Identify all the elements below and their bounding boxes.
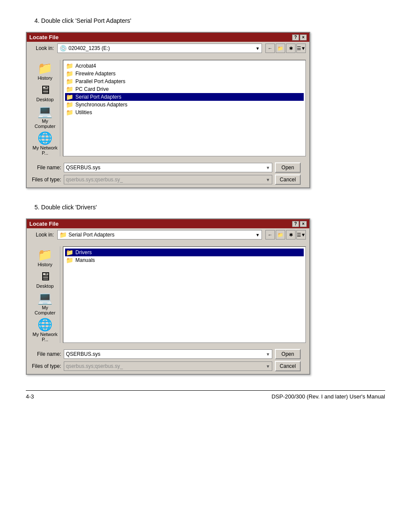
folder-icon: 📁	[66, 109, 74, 116]
dialog1-filename-label: File name:	[31, 165, 61, 171]
dialog2-lookin-label: Look in:	[30, 232, 54, 238]
dialog2-filename-value: QSERBUS.sys	[66, 351, 264, 357]
dialog2-titlebar: Locate File ? ×	[27, 219, 309, 228]
dialog1-title: Locate File	[29, 34, 59, 40]
file-name: Firewire Adapters	[75, 71, 115, 77]
dialog1-titlebar: Locate File ? ×	[27, 33, 309, 42]
dialog1-close-button[interactable]: ×	[300, 34, 307, 40]
sidebar2-mycomputer[interactable]: 💻 My Computer	[31, 291, 59, 316]
dialog2-filetype-value: qserbus.sys;qserbus.sy_	[66, 363, 264, 369]
sidebar1-history[interactable]: 📁 History	[31, 62, 59, 81]
dialog2-lookin-bar: Look in: 📁 Serial Port Adapters ▼ ← 📁 ✱ …	[27, 228, 309, 243]
sidebar1-desktop[interactable]: 🖥 Desktop	[31, 83, 59, 103]
dialog1-cancel-button[interactable]: Cancel	[275, 174, 301, 185]
history-icon: 📁	[37, 249, 53, 261]
footer-doc-title: DSP-200/300 (Rev. I and later) User's Ma…	[271, 393, 385, 400]
dropdown-arrow-icon: ▼	[266, 177, 270, 182]
mynetwork-icon: 🌐	[37, 319, 53, 331]
file-item[interactable]: 📁 Manuals	[65, 256, 304, 264]
file-item-selected[interactable]: 📁 Serial Port Adapters	[65, 93, 304, 101]
dialog1-lookin-bar: Look in: 💿 020402_1235 (E:) ▼ ← 📁 ✱ ☰▼	[27, 42, 309, 56]
dialog1-filetype-input[interactable]: qserbus.sys;qserbus.sy_ ▼	[64, 175, 272, 184]
file-name: Acrobat4	[75, 63, 96, 69]
dialog1-back-button[interactable]: ←	[265, 44, 275, 53]
sidebar2-mycomputer-label: My Computer	[32, 305, 58, 315]
dialog2-filename-label: File name:	[31, 351, 61, 357]
folder-icon: 📁	[66, 86, 74, 93]
dialog2-up-button[interactable]: 📁	[276, 230, 285, 240]
dialog1: Locate File ? × Look in: 💿 020402_1235 (…	[26, 32, 310, 188]
dialog2-close-button[interactable]: ×	[300, 221, 307, 227]
file-name: Parallel Port Adapters	[75, 78, 125, 84]
dialog1-view-button[interactable]: ☰▼	[296, 44, 306, 53]
mycomputer-icon: 💻	[37, 292, 53, 304]
step4-instruction: 4. Double click 'Serial Port Adapters'	[34, 17, 385, 24]
file-item[interactable]: 📁 Parallel Port Adapters	[65, 78, 304, 85]
file-item[interactable]: 📁 Synchronous Adapters	[65, 101, 304, 109]
file-name: Utilities	[75, 109, 92, 115]
desktop-icon: 🖥	[39, 271, 51, 283]
folder-icon: 📁	[66, 101, 74, 108]
sidebar1-mynetwork-label: My Network P...	[32, 145, 58, 156]
sidebar1-mynetwork[interactable]: 🌐 My Network P...	[31, 131, 59, 156]
step5-instruction: 5. Double click 'Drivers'	[34, 204, 385, 211]
sidebar1-desktop-label: Desktop	[36, 97, 53, 102]
folder-icon: 📁	[66, 93, 74, 100]
dialog1-lookin-select[interactable]: 💿 020402_1235 (E:) ▼	[57, 44, 262, 53]
dialog1-lookin-label: Look in:	[30, 45, 54, 51]
dialog2-help-button[interactable]: ?	[292, 221, 299, 227]
dialog2-filetype-input[interactable]: qserbus.sys;qserbus.sy_ ▼	[64, 361, 272, 371]
dropdown-arrow-icon: ▼	[266, 364, 270, 369]
dialog2-filetype-label: Files of type:	[31, 363, 61, 369]
dialog2-title: Locate File	[29, 221, 59, 227]
dialog2-back-button[interactable]: ←	[265, 230, 275, 240]
file-item[interactable]: 📁 PC Card Drive	[65, 85, 304, 93]
footer-page-number: 4-3	[26, 393, 34, 400]
sidebar2-mynetwork[interactable]: 🌐 My Network P...	[31, 318, 59, 343]
history-icon: 📁	[37, 62, 53, 75]
dialog1-filename-value: QSERBUS.sys	[66, 165, 264, 171]
dialog2-newfolder-button[interactable]: ✱	[286, 230, 296, 240]
dialog1-sidebar: 📁 History 🖥 Desktop 💻 My Computer 🌐 My N…	[30, 60, 60, 156]
dropdown-arrow-icon: ▼	[266, 352, 270, 357]
file-item[interactable]: 📁 Firewire Adapters	[65, 70, 304, 78]
sidebar2-history[interactable]: 📁 History	[31, 248, 59, 268]
page-footer: 4-3 DSP-200/300 (Rev. I and later) User'…	[26, 390, 385, 400]
dialog1-filetype-value: qserbus.sys;qserbus.sy_	[66, 177, 264, 183]
dialog2-open-button[interactable]: Open	[275, 349, 301, 359]
dialog1-newfolder-button[interactable]: ✱	[286, 44, 296, 53]
dialog1-toolbar: ← 📁 ✱ ☰▼	[265, 44, 306, 53]
dialog2-toolbar: ← 📁 ✱ ☰▼	[265, 230, 306, 240]
sidebar1-mycomputer[interactable]: 💻 My Computer	[31, 105, 59, 130]
dialog1-lookin-value: 020402_1235 (E:)	[68, 45, 110, 51]
dialog1-up-button[interactable]: 📁	[276, 44, 285, 53]
dialog1-open-button[interactable]: Open	[275, 162, 301, 173]
dialog2-file-list[interactable]: 📁 Drivers 📁 Manuals	[63, 246, 306, 343]
folder-icon: 📁	[66, 78, 74, 85]
dialog2-lookin-select[interactable]: 📁 Serial Port Adapters ▼	[57, 230, 262, 240]
dialog1-file-list[interactable]: 📁 Acrobat4 📁 Firewire Adapters 📁 Paralle…	[63, 60, 306, 156]
dialog1-body: 📁 History 🖥 Desktop 💻 My Computer 🌐 My N…	[27, 56, 309, 160]
dialog1-help-button[interactable]: ?	[292, 34, 299, 40]
dialog1-filename-input[interactable]: QSERBUS.sys ▼	[64, 163, 272, 172]
dialog1-filetype-label: Files of type:	[31, 177, 61, 183]
file-item[interactable]: 📁 Acrobat4	[65, 62, 304, 70]
folder-icon: 📁	[66, 249, 74, 256]
dialog2-cancel-button[interactable]: Cancel	[275, 361, 301, 371]
file-item-selected[interactable]: 📁 Drivers	[65, 249, 304, 256]
dialog2-view-button[interactable]: ☰▼	[296, 230, 306, 240]
sidebar2-history-label: History	[37, 262, 52, 267]
file-name: Manuals	[75, 257, 95, 263]
folder-icon: 📁	[66, 257, 74, 264]
desktop-icon: 🖥	[39, 84, 51, 96]
sidebar2-mynetwork-label: My Network P...	[32, 332, 58, 342]
folder-icon: 📁	[66, 62, 74, 69]
dialog2-filename-input[interactable]: QSERBUS.sys ▼	[64, 349, 272, 359]
dialog2-titlebar-buttons: ? ×	[292, 221, 307, 227]
mycomputer-icon: 💻	[37, 106, 53, 118]
file-name: Serial Port Adapters	[75, 94, 121, 100]
sidebar1-history-label: History	[37, 75, 52, 81]
file-item[interactable]: 📁 Utilities	[65, 109, 304, 116]
sidebar2-desktop[interactable]: 🖥 Desktop	[31, 270, 59, 289]
dropdown-arrow-icon: ▼	[266, 165, 270, 170]
